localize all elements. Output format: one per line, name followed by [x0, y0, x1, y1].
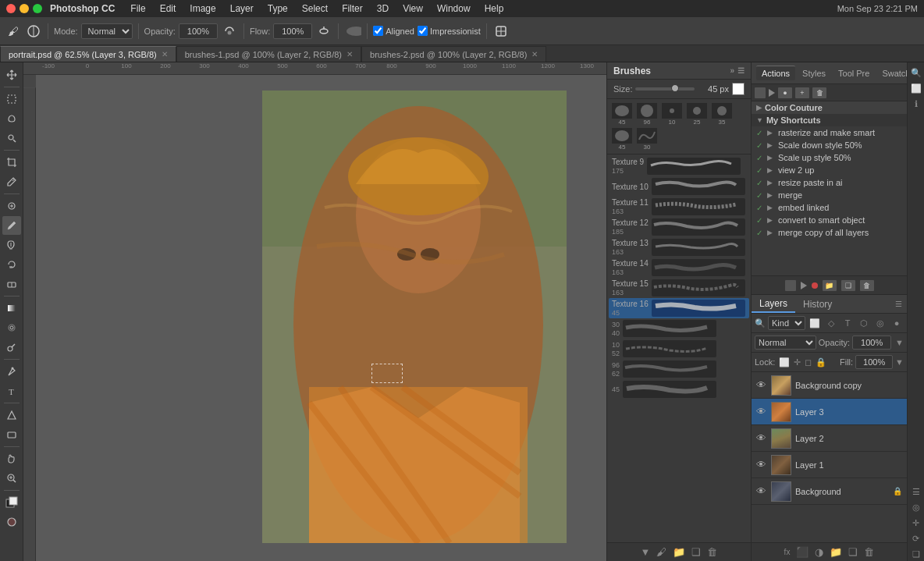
aligned-checkbox-wrap[interactable]: Aligned	[373, 26, 414, 36]
menu-view[interactable]: View	[396, 2, 429, 16]
dodge-tool[interactable]	[2, 338, 21, 357]
fr-layout-btn[interactable]: ⬜	[909, 81, 923, 95]
crop-tool[interactable]	[2, 153, 21, 172]
layer-visibility-3[interactable]: 👁	[756, 406, 767, 417]
clone-stamp-tool[interactable]	[2, 236, 21, 254]
brush-row-texture11[interactable]: Texture 11 163	[609, 197, 749, 217]
canvas-scroll[interactable]	[36, 75, 606, 561]
brush-cell-0[interactable]: 45	[610, 102, 634, 126]
layer-visibility-2[interactable]: 👁	[756, 432, 767, 444]
layers-list[interactable]: 👁 Background copy 👁 Layer 3 👁 Layer 2	[752, 372, 907, 542]
layer-item-2[interactable]: 👁 Layer 2	[752, 425, 907, 452]
menu-select[interactable]: Select	[296, 2, 334, 16]
brush-row-texture12[interactable]: Texture 12 185	[609, 217, 749, 237]
fill-input[interactable]	[855, 355, 893, 369]
action-scale-up[interactable]: ✓ ▶ Scale up style 50%	[752, 151, 907, 164]
menu-type[interactable]: Type	[261, 2, 294, 16]
action-rasterize[interactable]: ✓ ▶ rasterize and make smart	[752, 126, 907, 139]
shape-tool[interactable]	[2, 425, 21, 444]
actions-group-color-couture[interactable]: ▶ Color Couture	[752, 101, 907, 114]
blur-tool[interactable]	[2, 318, 21, 337]
ab-record-btn[interactable]	[812, 282, 818, 289]
layer-visibility-bg[interactable]: 👁	[756, 485, 767, 497]
eyedropper-tool[interactable]	[2, 172, 21, 191]
history-brush-tool[interactable]	[2, 255, 21, 274]
lock-artboard-btn[interactable]: ◻	[805, 357, 812, 367]
brush-row-texture16[interactable]: Texture 16 45	[609, 298, 749, 318]
impressionist-checkbox-wrap[interactable]: Impressionist	[418, 26, 481, 36]
layer-item-bg[interactable]: 👁 Background 🔒	[752, 478, 907, 505]
zoom-tool[interactable]	[2, 469, 21, 488]
canvas-image-area[interactable]	[36, 75, 606, 561]
gradient-tool[interactable]	[2, 299, 21, 318]
ab-play-btn[interactable]	[801, 282, 807, 289]
layers-menu-btn[interactable]: ☰	[890, 300, 907, 308]
brushes-copy-btn[interactable]: ❑	[691, 546, 701, 558]
fr-info-btn[interactable]: ℹ	[909, 97, 923, 111]
brush-row-extra4[interactable]: 45	[609, 379, 749, 399]
brush-row-texture15[interactable]: Texture 15 163	[609, 278, 749, 298]
brush-cell-3[interactable]: 25	[685, 102, 709, 126]
opacity-arrow-icon[interactable]: ▼	[895, 338, 904, 347]
spot-heal-tool[interactable]	[2, 197, 21, 215]
menu-layer[interactable]: Layer	[224, 2, 260, 16]
foreground-color[interactable]	[2, 493, 21, 512]
lock-pixels-btn[interactable]: ⬜	[779, 357, 790, 367]
fill-arrow-icon[interactable]: ▼	[895, 357, 904, 367]
layer-item-bg-copy[interactable]: 👁 Background copy	[752, 372, 907, 399]
close-button[interactable]	[6, 4, 16, 13]
brushes-folder-btn[interactable]: 📁	[673, 546, 685, 558]
move-tool[interactable]	[2, 66, 21, 84]
lock-all-btn[interactable]: 🔒	[816, 357, 826, 367]
doc-tab-1[interactable]: brushes-1.psd @ 100% (Layer 2, RGB/8) ✕	[176, 46, 361, 62]
ab-copy-btn[interactable]: ❑	[841, 280, 855, 291]
brush-row-extra1[interactable]: 30 40	[609, 318, 749, 339]
airbrush-icon[interactable]	[315, 23, 332, 40]
brush-row-extra2[interactable]: 10 52	[609, 339, 749, 359]
menu-help[interactable]: Help	[478, 2, 510, 16]
brushes-list[interactable]: Texture 9 175 Texture 10	[607, 154, 751, 542]
fr-bottom-1[interactable]: ☰	[909, 485, 923, 499]
brush-preview-icon[interactable]	[344, 23, 361, 40]
ab-stop-btn[interactable]	[785, 280, 796, 291]
brush-row-texture10[interactable]: Texture 10	[609, 176, 749, 197]
menu-edit[interactable]: Edit	[154, 2, 183, 16]
brush-row-extra3[interactable]: 96 62	[609, 359, 749, 379]
doc-tab-0[interactable]: portrait.psd @ 62.5% (Layer 3, RGB/8) ✕	[0, 46, 176, 62]
brush-cell-2[interactable]: 10	[660, 102, 684, 126]
opacity-input[interactable]	[852, 336, 891, 350]
quick-mask-tool[interactable]	[2, 513, 21, 531]
doc-tab-2-close[interactable]: ✕	[531, 50, 538, 59]
layers-tab-history[interactable]: History	[795, 296, 840, 312]
canvas-area[interactable]: -100 0 100 200 300 400 500 600 700 800 9…	[23, 62, 606, 561]
brush-row-texture14[interactable]: Texture 14 163	[609, 257, 749, 278]
impressionist-checkbox[interactable]	[418, 26, 428, 36]
layers-mask-btn[interactable]: ⬛	[796, 546, 808, 558]
layers-adjustment-btn[interactable]: ◑	[815, 546, 823, 558]
opacity-icon[interactable]	[221, 23, 238, 40]
lasso-tool[interactable]	[2, 109, 21, 128]
action-merge-copy[interactable]: ✓ ▶ merge copy of all layers	[752, 226, 907, 239]
maximize-button[interactable]	[33, 4, 42, 13]
doc-tab-2[interactable]: brushes-2.psd @ 100% (Layer 2, RGB/8) ✕	[361, 46, 546, 62]
actions-new-set-btn[interactable]: +	[795, 87, 809, 98]
action-embed-linked[interactable]: ✓ ▶ embed linked	[752, 201, 907, 214]
menu-file[interactable]: File	[124, 2, 151, 16]
filter-type-btn[interactable]: T	[840, 316, 855, 330]
doc-tab-1-close[interactable]: ✕	[346, 50, 353, 59]
brush-color-swatch[interactable]	[732, 83, 745, 95]
blend-mode-select[interactable]: Normal	[755, 336, 816, 350]
brush-select-icon[interactable]	[25, 23, 42, 40]
tab-styles[interactable]: Styles	[797, 66, 831, 80]
brush-cell-6[interactable]: 30	[635, 127, 659, 151]
layers-delete-btn[interactable]: 🗑	[864, 546, 874, 558]
brush-cell-1[interactable]: 96	[635, 102, 659, 126]
brush-tool[interactable]	[2, 216, 21, 235]
fr-bottom-4[interactable]: ⟳	[909, 531, 923, 545]
filter-pixel-btn[interactable]: ⬜	[808, 316, 822, 330]
menu-image[interactable]: Image	[183, 2, 222, 16]
ab-new-btn[interactable]: 📁	[823, 280, 837, 291]
hand-tool[interactable]	[2, 449, 21, 468]
brush-row-texture9[interactable]: Texture 9 175	[609, 156, 749, 176]
fr-bottom-2[interactable]: ◎	[909, 500, 923, 514]
